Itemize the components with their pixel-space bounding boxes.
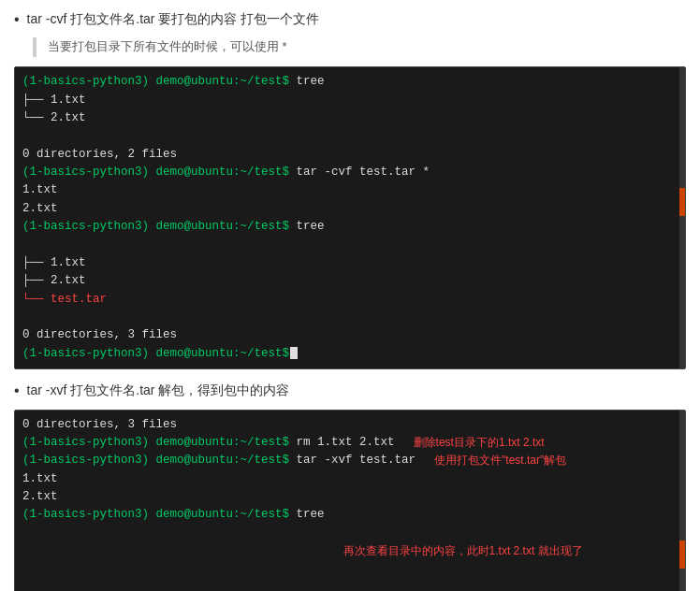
terminal-line: ├── 1.txt — [22, 92, 678, 109]
terminal-line: (1-basics-python3) demo@ubuntu:~/test$ — [22, 345, 678, 363]
prompt: (1-basics-python3) — [22, 166, 156, 179]
terminal-line: (1-basics-python3) demo@ubuntu:~/test$ r… — [22, 434, 678, 452]
prompt: (1-basics-python3) — [22, 220, 156, 233]
terminal-line: (1-basics-python3) demo@ubuntu:~/test$ t… — [22, 73, 678, 91]
scrollbar-thumb-2[interactable] — [679, 541, 685, 569]
cmd: tree — [289, 508, 325, 521]
cmd: rm 1.txt 2.txt — [289, 436, 395, 449]
path: demo@ubuntu:~/test$ — [156, 347, 290, 360]
note-1: 当要打包目录下所有文件的时候，可以使用 * — [33, 37, 686, 57]
bullet-text-2: tar -xvf 打包文件名.tar 解包，得到包中的内容 — [27, 381, 290, 400]
terminal-line: 0 directories, 3 files — [22, 416, 678, 434]
terminal-line: └── test.tar — [22, 291, 678, 309]
terminal-line: ├── 1.txt — [22, 254, 678, 272]
terminal-line: 1.txt — [22, 470, 678, 488]
prompt: (1-basics-python3) — [22, 347, 156, 360]
cmd: tree — [289, 75, 325, 88]
annotation-tree: 再次查看目录中的内容，此时1.txt 2.txt 就出现了 是因为：重新解包了 — [343, 506, 583, 591]
cmd: tar -cvf test.tar * — [289, 166, 430, 179]
cmd: tree — [289, 220, 325, 233]
cursor — [290, 347, 298, 359]
bullet-dot-1: • — [14, 9, 20, 30]
terminal-line: (1-basics-python3) demo@ubuntu:~/test$ t… — [22, 506, 678, 591]
prompt: (1-basics-python3) — [22, 75, 156, 88]
terminal-line: 0 directories, 3 files — [22, 326, 678, 344]
bullet-item-2: • tar -xvf 打包文件名.tar 解包，得到包中的内容 — [14, 381, 686, 401]
scrollbar-thumb[interactable] — [679, 188, 685, 216]
path: demo@ubuntu:~/test$ — [156, 220, 290, 233]
annotation-rm: 删除test目录下的1.txt 2.txt — [414, 434, 545, 452]
terminal-line: (1-basics-python3) demo@ubuntu:~/test$ t… — [22, 164, 678, 181]
terminal-line: 0 directories, 2 files — [22, 146, 678, 164]
bullet-text-1: tar -cvf 打包文件名.tar 要打包的内容 打包一个文件 — [27, 9, 320, 29]
bullet-dot-2: • — [14, 381, 20, 401]
path: demo@ubuntu:~/test$ — [156, 166, 290, 179]
terminal-line: (1-basics-python3) demo@ubuntu:~/test$ t… — [22, 452, 678, 469]
annotation-tar: 使用打包文件"test.tar"解包 — [434, 452, 566, 469]
section-tar-pack: • tar -cvf 打包文件名.tar 要打包的内容 打包一个文件 当要打包目… — [14, 9, 686, 369]
terminal-line: 1.txt — [22, 181, 678, 199]
section-tar-unpack: • tar -xvf 打包文件名.tar 解包，得到包中的内容 0 direct… — [14, 381, 686, 591]
prompt: (1-basics-python3) — [22, 508, 156, 521]
terminal-line — [22, 237, 678, 254]
bullet-item-1: • tar -cvf 打包文件名.tar 要打包的内容 打包一个文件 — [14, 9, 686, 30]
terminal-line: 2.txt — [22, 200, 678, 218]
terminal-1: (1-basics-python3) demo@ubuntu:~/test$ t… — [14, 66, 686, 369]
path: demo@ubuntu:~/test$ — [156, 454, 290, 467]
path: demo@ubuntu:~/test$ — [156, 75, 290, 88]
prompt: (1-basics-python3) — [22, 454, 156, 467]
terminal-line: ├── 2.txt — [22, 272, 678, 290]
terminal-line: └── 2.txt — [22, 109, 678, 127]
scrollbar-2[interactable] — [679, 411, 685, 591]
scrollbar[interactable] — [679, 67, 685, 368]
cmd: tar -xvf test.tar — [289, 454, 416, 467]
terminal-2: 0 directories, 3 files (1-basics-python3… — [14, 410, 686, 591]
terminal-line: 2.txt — [22, 488, 678, 506]
path: demo@ubuntu:~/test$ — [156, 436, 290, 449]
path: demo@ubuntu:~/test$ — [156, 508, 290, 521]
prompt: (1-basics-python3) — [22, 436, 156, 449]
terminal-line: (1-basics-python3) demo@ubuntu:~/test$ t… — [22, 218, 678, 236]
terminal-line — [22, 309, 678, 326]
terminal-line — [22, 127, 678, 145]
